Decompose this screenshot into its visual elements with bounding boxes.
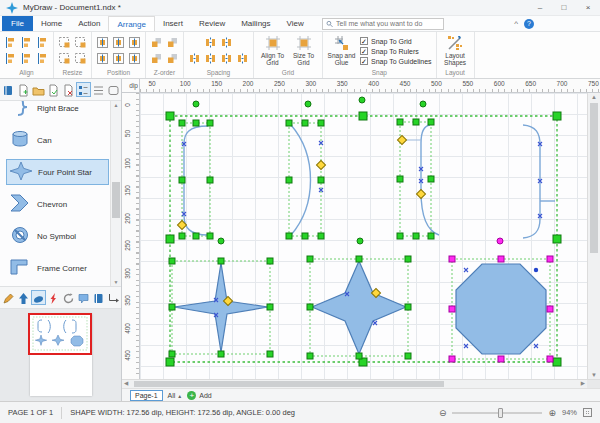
- help-icon[interactable]: ?: [524, 19, 534, 29]
- scroll-down-icon[interactable]: ▼: [111, 279, 121, 285]
- align-lefts-icon[interactable]: [4, 35, 17, 48]
- collapse-ribbon-icon[interactable]: ^: [514, 19, 518, 28]
- align-to-grid-button[interactable]: Align To Grid: [258, 35, 287, 66]
- scrollbar-thumb[interactable]: [134, 381, 444, 387]
- zoom-slider-thumb[interactable]: [498, 408, 503, 418]
- scroll-up-icon[interactable]: ▲: [111, 102, 121, 108]
- size-to-grid-button[interactable]: Size To Grid: [289, 35, 318, 66]
- increase-horizontal-spacing-icon[interactable]: [188, 51, 201, 64]
- scroll-left-icon[interactable]: ◀: [124, 380, 128, 386]
- decrease-horizontal-spacing-icon[interactable]: [204, 51, 217, 64]
- tab-file[interactable]: File: [2, 16, 33, 31]
- list-view-icon[interactable]: [92, 83, 105, 96]
- make-same-width-icon[interactable]: [58, 35, 71, 48]
- tab-home[interactable]: Home: [33, 16, 70, 31]
- shape-tool-icon[interactable]: [32, 291, 45, 304]
- add-page-button[interactable]: + Add: [187, 391, 211, 400]
- zoom-in-icon[interactable]: ⊕: [548, 408, 556, 418]
- scrollbar-thumb[interactable]: [590, 103, 598, 253]
- search-box[interactable]: [322, 18, 444, 30]
- minimize-button[interactable]: –: [528, 0, 552, 16]
- space-shapes-down-icon[interactable]: [220, 35, 233, 48]
- library-icon[interactable]: [2, 83, 15, 96]
- search-input[interactable]: [336, 20, 440, 27]
- make-same-size-icon[interactable]: [58, 51, 71, 64]
- checkbox-snap-to-grid[interactable]: ✓Snap To Grid: [360, 37, 432, 45]
- scroll-down-icon[interactable]: ▼: [588, 372, 600, 378]
- lightning-icon[interactable]: [47, 291, 60, 304]
- align-bottoms-icon[interactable]: [36, 51, 49, 64]
- maximize-button[interactable]: □: [552, 0, 576, 16]
- all-pages-dropdown[interactable]: All ▲: [168, 392, 183, 399]
- page-thumbnail[interactable]: [30, 314, 92, 396]
- h-ruler-tick: 300: [305, 80, 316, 87]
- horizontal-scrollbar[interactable]: ◀ ▶: [122, 380, 587, 388]
- align-middles-icon[interactable]: [20, 51, 33, 64]
- position-right-icon[interactable]: [128, 35, 141, 48]
- group-label-layout: Layout: [445, 68, 465, 78]
- h-ruler-tick: 400: [368, 80, 379, 87]
- group-grid: Align To GridSize To Grid Grid: [254, 32, 323, 78]
- edit-pencil-icon[interactable]: [2, 291, 15, 304]
- tab-insert[interactable]: Insert: [155, 16, 191, 31]
- zoom-out-icon[interactable]: ⊖: [439, 408, 447, 418]
- close-button[interactable]: ×: [576, 0, 600, 16]
- position-bottom-icon[interactable]: [128, 51, 141, 64]
- tab-review[interactable]: Review: [191, 16, 233, 31]
- position-middle-icon[interactable]: [112, 51, 125, 64]
- shape-item-four-point-star[interactable]: Four Point Star: [6, 159, 109, 185]
- checkbox-icon: ✓: [360, 37, 368, 45]
- icons-view-icon[interactable]: [77, 83, 90, 96]
- book-icon[interactable]: [92, 291, 105, 304]
- refresh-icon[interactable]: [62, 291, 75, 304]
- connector-icon[interactable]: [107, 291, 120, 304]
- send-to-back-icon[interactable]: [150, 51, 163, 64]
- shape-list-scrollbar[interactable]: ▲ ▼: [110, 101, 121, 286]
- scroll-right-icon[interactable]: ▶: [581, 380, 585, 386]
- page-tab[interactable]: Page-1: [130, 390, 163, 401]
- tab-mailings[interactable]: Mailings: [233, 16, 278, 31]
- checkbox-snap-to-rulers[interactable]: ✓Snap To Rulers: [360, 47, 432, 55]
- align-tops-icon[interactable]: [4, 51, 17, 64]
- make-same-height-icon[interactable]: [74, 35, 87, 48]
- tab-view[interactable]: View: [279, 16, 312, 31]
- h-ruler-tick: 550: [462, 80, 473, 87]
- align-centers-icon[interactable]: [20, 35, 33, 48]
- shape-item-no-symbol[interactable]: No Symbol: [6, 223, 109, 249]
- tab-action[interactable]: Action: [70, 16, 108, 31]
- position-left-icon[interactable]: [96, 35, 109, 48]
- zoom-slider[interactable]: [452, 412, 542, 414]
- position-center-icon[interactable]: [112, 35, 125, 48]
- send-backward-icon[interactable]: [166, 51, 179, 64]
- comment-icon[interactable]: [77, 291, 90, 304]
- drawing-canvas[interactable]: .selbox{fill:none;stroke:#6fcf6f;stroke-…: [140, 93, 587, 379]
- shape-item-chevron[interactable]: Chevron: [6, 191, 109, 217]
- shape-item-right-brace[interactable]: Right Brace: [6, 101, 109, 121]
- align-rights-icon[interactable]: [36, 35, 49, 48]
- decrease-vertical-spacing-icon[interactable]: [236, 51, 249, 64]
- vertical-scrollbar[interactable]: ▲ ▼: [587, 93, 600, 379]
- snap-and-glue-button[interactable]: Snap and Glue: [327, 35, 356, 66]
- thumbnails-view-icon[interactable]: [107, 83, 120, 96]
- document-check-icon[interactable]: [47, 83, 60, 96]
- position-top-icon[interactable]: [96, 51, 109, 64]
- arrow-up-icon[interactable]: [17, 291, 30, 304]
- bring-to-front-icon[interactable]: [150, 35, 163, 48]
- canvas-svg[interactable]: .selbox{fill:none;stroke:#6fcf6f;stroke-…: [140, 93, 587, 379]
- shape-item-frame-corner[interactable]: Frame Corner: [6, 255, 109, 281]
- open-folder-icon[interactable]: [32, 83, 45, 96]
- viewport-indicator[interactable]: [28, 313, 92, 355]
- scrollbar-thumb[interactable]: [112, 182, 120, 218]
- new-document-icon[interactable]: [17, 83, 30, 96]
- tab-arrange[interactable]: Arrange: [108, 16, 154, 31]
- shape-item-can[interactable]: Can: [6, 127, 109, 153]
- increase-vertical-spacing-icon[interactable]: [220, 51, 233, 64]
- scroll-up-icon[interactable]: ▲: [588, 94, 600, 100]
- checkbox-snap-to-guidelines[interactable]: ✓Snap To Guidelines: [360, 57, 432, 65]
- size-to-content-icon[interactable]: [74, 51, 87, 64]
- layout-shapes-button[interactable]: Layout Shapes: [441, 35, 470, 66]
- bring-forward-icon[interactable]: [166, 35, 179, 48]
- space-shapes-across-icon[interactable]: [204, 35, 217, 48]
- delete-document-icon[interactable]: [62, 83, 75, 96]
- fit-page-icon[interactable]: [583, 408, 592, 417]
